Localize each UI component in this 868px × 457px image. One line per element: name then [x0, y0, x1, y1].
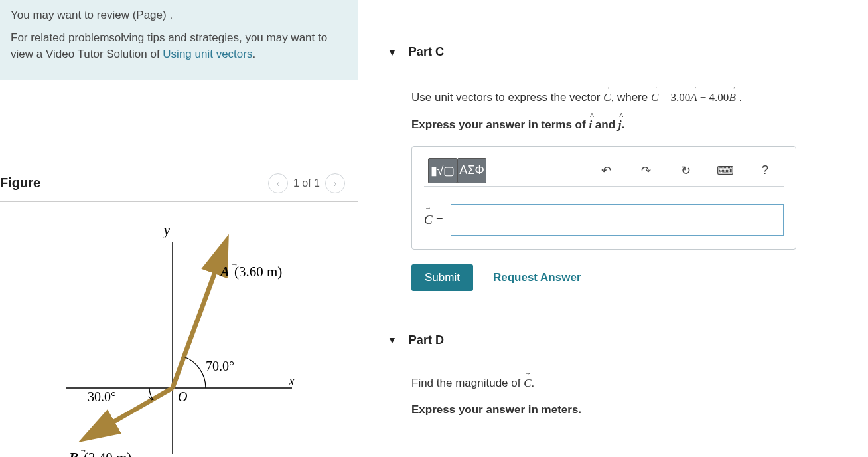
prompt-post: . — [736, 91, 742, 104]
left-panel: You may want to review (Page) . For rela… — [0, 0, 374, 457]
review-text: You may want to review (Page) . — [11, 7, 348, 24]
equation-c: C = 3.00A − 4.00B — [651, 91, 736, 104]
answer-input[interactable] — [451, 204, 784, 236]
part-d-body: Find the magnitude of C. Express your an… — [388, 353, 855, 417]
request-answer-link[interactable]: Request Answer — [493, 271, 581, 284]
right-panel: ▼ Part C Use unit vectors to express the… — [374, 0, 868, 457]
part-d-header[interactable]: ▼ Part D — [388, 328, 855, 353]
answer-label: C = — [424, 213, 444, 227]
figure-title: Figure — [0, 175, 40, 191]
svg-text:x: x — [288, 373, 295, 388]
svg-text:70.0°: 70.0° — [206, 359, 234, 373]
prompt-mid: , where — [611, 91, 650, 104]
svg-text:(3.60 m): (3.60 m) — [234, 264, 282, 280]
greek-button[interactable]: ΑΣΦ — [457, 158, 486, 183]
part-c-header[interactable]: ▼ Part C — [388, 40, 855, 65]
part-d-instruction: Express your answer in meters. — [411, 403, 855, 416]
part-c-prompt: Use unit vectors to express the vector C… — [411, 89, 855, 106]
keyboard-icon: ⌨ — [717, 163, 734, 178]
keyboard-button[interactable]: ⌨ — [711, 158, 740, 183]
part-c-instruction: Express your answer in terms of i and j. — [411, 118, 855, 132]
answer-container: ▮√▢ ΑΣΦ ↶ ↷ ↻ ⌨ ? C — [411, 146, 796, 250]
svg-text:30.0°: 30.0° — [88, 389, 116, 404]
d-prompt-pre: Find the magnitude of — [411, 377, 524, 389]
figure-prev-button[interactable]: ‹ — [268, 173, 288, 193]
submit-button[interactable]: Submit — [411, 264, 473, 291]
svg-text:O: O — [178, 389, 187, 404]
figure-diagram: y x O A→ (3.60 m) 70.0° 30.0° B→ (2.40 m… — [0, 215, 358, 458]
action-row: Submit Request Answer — [411, 264, 855, 291]
redo-button[interactable]: ↷ — [631, 158, 660, 183]
equation-toolbar: ▮√▢ ΑΣΦ ↶ ↷ ↻ ⌨ ? — [424, 155, 784, 187]
redo-icon: ↷ — [641, 163, 651, 178]
undo-icon: ↶ — [601, 163, 611, 178]
part-c-title: Part C — [409, 45, 444, 59]
caret-down-icon: ▼ — [388, 335, 397, 345]
part-d-prompt: Find the magnitude of C. — [411, 375, 855, 392]
part-c-body: Use unit vectors to express the vector C… — [388, 65, 855, 291]
part-c-block: ▼ Part C Use unit vectors to express the… — [388, 40, 855, 291]
prompt-pre: Use unit vectors to express the vector — [411, 91, 603, 104]
figure-header: Figure ‹ 1 of 1 › — [0, 173, 358, 202]
answer-vec-c: C — [424, 213, 433, 227]
vector-c-symbol: C — [603, 91, 611, 104]
part-d-title: Part D — [409, 333, 444, 347]
instr-and: and — [592, 118, 618, 131]
figure-pager: ‹ 1 of 1 › — [268, 173, 345, 193]
help-icon: ? — [762, 163, 768, 177]
template-icon: ▮√▢ — [431, 163, 455, 178]
template-button[interactable]: ▮√▢ — [428, 158, 457, 183]
part-d-block: ▼ Part D Find the magnitude of C. Expres… — [388, 328, 855, 417]
greek-icon: ΑΣΦ — [459, 163, 484, 177]
unit-j: j — [618, 118, 622, 131]
review-info-box: You may want to review (Page) . For rela… — [0, 0, 358, 80]
reset-icon: ↻ — [681, 163, 691, 178]
help-button[interactable]: ? — [751, 158, 780, 183]
figure-next-button[interactable]: › — [325, 173, 345, 193]
d-prompt-post: . — [532, 377, 535, 389]
caret-down-icon: ▼ — [388, 47, 397, 58]
svg-text:(2.40 m): (2.40 m) — [84, 450, 131, 458]
instr-pre: Express your answer in terms of — [411, 118, 589, 131]
tips-text: For related problemsolving tips and stra… — [11, 29, 348, 63]
video-tutor-link[interactable]: Using unit vectors — [163, 48, 252, 60]
figure-page-indicator: 1 of 1 — [293, 177, 320, 189]
svg-text:y: y — [163, 223, 170, 238]
reset-button[interactable]: ↻ — [671, 158, 700, 183]
vector-c-symbol-d: C — [524, 377, 531, 389]
tips-post: . — [252, 48, 255, 60]
answer-eq-sign: = — [435, 213, 444, 227]
unit-i: i — [589, 118, 592, 131]
undo-button[interactable]: ↶ — [591, 158, 620, 183]
